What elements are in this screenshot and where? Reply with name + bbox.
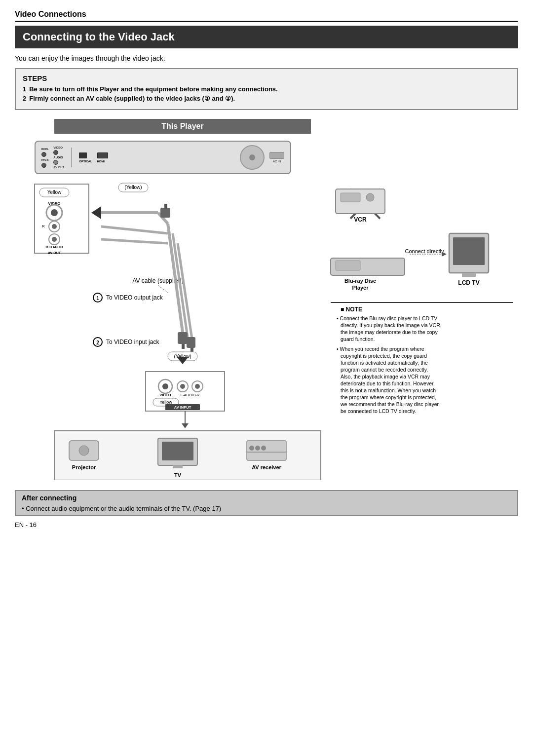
svg-point-64 <box>249 446 254 451</box>
after-connecting-text: • Connect audio equipment or the audio t… <box>22 505 511 512</box>
after-connecting-box: After connecting • Connect audio equipme… <box>15 490 518 516</box>
port-group-right: AC IN <box>269 152 284 163</box>
svg-point-75 <box>366 193 374 201</box>
svg-text:Connect directly: Connect directly <box>405 248 444 254</box>
svg-text:the program where copyright is: the program where copyright is protected… <box>341 394 436 400</box>
svg-text:AV OUT: AV OUT <box>48 251 61 255</box>
svg-text:(Yellow): (Yellow) <box>124 185 142 190</box>
svg-text:the image may deteriorate due : the image may deteriorate due to the cop… <box>341 329 438 335</box>
svg-point-57 <box>79 446 89 455</box>
svg-text:VIDEO: VIDEO <box>159 393 171 397</box>
svg-rect-61 <box>173 465 183 468</box>
svg-text:Yellow: Yellow <box>47 189 62 195</box>
port-group-video: VIDEO AUDIO AV OUT <box>53 146 64 169</box>
svg-text:LCD TV: LCD TV <box>458 279 479 286</box>
svg-text:Also, the playback image via V: Also, the playback image via VCR may <box>341 374 430 379</box>
step-2: 2Firmly connect an AV cable (supplied) t… <box>23 95 510 102</box>
step-1: 1Be sure to turn off this Player and the… <box>23 85 510 93</box>
svg-point-42 <box>162 383 168 389</box>
steps-list: 1Be sure to turn off this Player and the… <box>23 85 510 102</box>
player-disc <box>240 145 265 170</box>
svg-point-44 <box>180 384 185 389</box>
svg-text:2: 2 <box>96 340 99 345</box>
steps-title: STEPS <box>23 74 510 82</box>
this-player-label: This Player <box>54 119 311 134</box>
steps-box: STEPS 1Be sure to turn off this Player a… <box>15 68 518 110</box>
svg-rect-21 <box>164 204 167 209</box>
after-connecting-title: After connecting <box>22 494 511 502</box>
svg-point-65 <box>255 446 260 451</box>
svg-text:To VIDEO input jack: To VIDEO input jack <box>106 339 159 345</box>
svg-point-46 <box>195 384 200 389</box>
svg-rect-67 <box>247 452 286 453</box>
svg-text:L-AUDIO-R: L-AUDIO-R <box>181 393 200 397</box>
svg-text:Yellow: Yellow <box>159 400 172 405</box>
section-header: Video Connections <box>15 10 518 22</box>
svg-text:TV: TV <box>174 472 182 478</box>
svg-rect-60 <box>162 442 193 460</box>
svg-text:Blu-ray Disc: Blu-ray Disc <box>344 278 376 284</box>
svg-text:VCR: VCR <box>354 216 367 223</box>
port-group-optical: OPTICAL <box>79 152 92 163</box>
svg-rect-34 <box>182 344 185 349</box>
svg-text:AV INPUT: AV INPUT <box>174 405 191 410</box>
svg-text:■ NOTE: ■ NOTE <box>341 306 362 313</box>
intro-text: You can enjoy the images through the vid… <box>15 54 518 62</box>
player-device: PrPb PrCb VIDEO AUDIO AV OUT OPTICAL HDM… <box>35 141 291 174</box>
svg-text:• Connect the Blu-ray disc pla: • Connect the Blu-ray disc player to LCD… <box>337 315 437 321</box>
svg-rect-20 <box>160 208 170 218</box>
svg-text:program cannot be recorded cor: program cannot be recorded correctly. <box>341 367 428 373</box>
connection-diagram: Yellow VIDEO R 2CH AUDIO AV OUT (Yellow) <box>15 174 518 480</box>
svg-point-66 <box>261 446 266 451</box>
svg-point-5 <box>51 209 58 216</box>
svg-line-26 <box>158 285 168 293</box>
svg-text:AV receiver: AV receiver <box>252 464 281 470</box>
svg-text:guard function.: guard function. <box>341 336 375 342</box>
divider-1 <box>71 148 72 167</box>
svg-point-8 <box>52 224 57 229</box>
svg-rect-63 <box>247 441 286 460</box>
page-title: Connecting to the Video Jack <box>15 26 518 48</box>
svg-line-19 <box>101 239 168 243</box>
port-group-left: PrPb PrCb <box>41 148 48 168</box>
svg-text:R: R <box>42 224 45 228</box>
page-number: EN - 16 <box>15 521 518 529</box>
svg-marker-13 <box>91 206 101 219</box>
svg-text:Player: Player <box>352 285 369 291</box>
svg-rect-35 <box>187 337 195 348</box>
svg-text:this is not a malfunction. Whe: this is not a malfunction. When you watc… <box>341 387 436 393</box>
svg-text:directly. If you play back the: directly. If you play back the image via… <box>341 322 442 328</box>
svg-rect-81 <box>336 261 360 270</box>
svg-text:Projector: Projector <box>72 464 96 470</box>
svg-rect-74 <box>341 193 360 202</box>
svg-text:be connected to LCD TV directl: be connected to LCD TV directly. <box>341 408 416 414</box>
svg-text:2CH AUDIO: 2CH AUDIO <box>45 245 63 249</box>
svg-line-18 <box>101 227 168 233</box>
svg-text:To VIDEO output jack: To VIDEO output jack <box>106 294 163 301</box>
svg-point-10 <box>52 237 57 242</box>
svg-text:we recommend that the Blu-ray : we recommend that the Blu-ray disc playe… <box>340 401 439 407</box>
svg-rect-86 <box>462 273 476 277</box>
svg-rect-33 <box>178 332 188 344</box>
port-group-hdmi: HDMI <box>97 152 108 163</box>
svg-text:deteriorate due to this functi: deteriorate due to this function. Howeve… <box>341 380 435 386</box>
svg-rect-85 <box>453 237 485 265</box>
svg-text:function is activated automati: function is activated automatically; the <box>341 360 428 366</box>
svg-marker-79 <box>442 252 447 257</box>
svg-text:1: 1 <box>96 296 99 301</box>
svg-text:• When you record the program : • When you record the program where <box>337 346 424 352</box>
svg-text:copyright is protected, the co: copyright is protected, the copy guard <box>341 353 427 359</box>
svg-marker-54 <box>182 423 189 428</box>
